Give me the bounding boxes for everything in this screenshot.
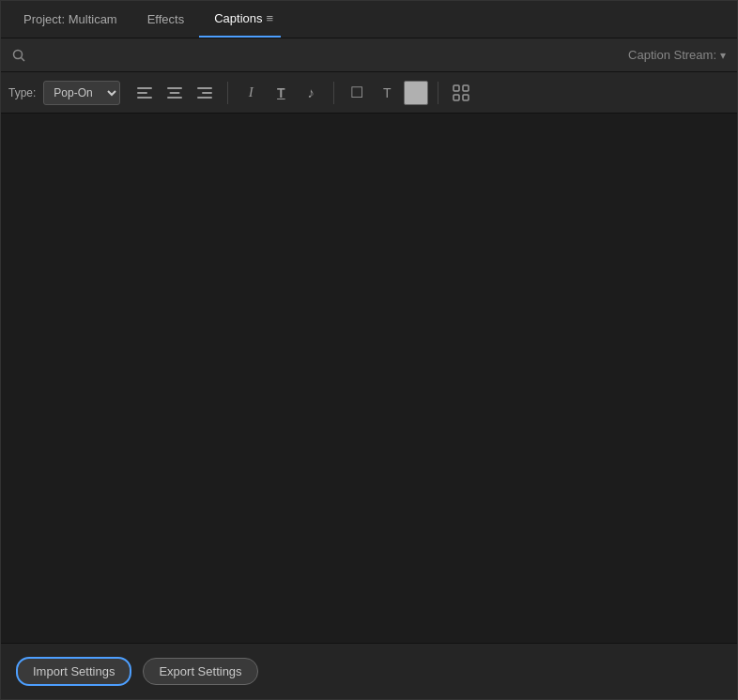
svg-rect-3 — [137, 92, 147, 94]
box-button[interactable]: ☐ — [344, 80, 370, 106]
box-icon: ☐ — [350, 84, 363, 101]
tab-project[interactable]: Project: Multicam — [8, 1, 132, 38]
bold-t-icon: T — [277, 85, 285, 100]
svg-rect-2 — [137, 87, 152, 89]
italic-button[interactable]: I — [238, 80, 264, 106]
export-settings-button[interactable]: Export Settings — [143, 658, 257, 685]
svg-rect-5 — [167, 87, 182, 89]
divider-1 — [227, 82, 228, 104]
search-input[interactable] — [33, 48, 628, 62]
svg-line-1 — [22, 57, 25, 61]
svg-point-0 — [14, 50, 23, 58]
app-container: Project: Multicam Effects Captions ≡ Cap… — [0, 0, 738, 700]
music-note-icon: ♪ — [308, 84, 315, 100]
svg-rect-8 — [197, 87, 212, 89]
bold-text-button[interactable]: T — [268, 80, 294, 106]
search-bar: Caption Stream: ▾ — [1, 38, 737, 72]
bottom-bar: Import Settings Export Settings — [1, 643, 737, 699]
main-content — [1, 114, 737, 643]
music-note-button[interactable]: ♪ — [298, 80, 324, 106]
svg-rect-9 — [202, 92, 212, 94]
svg-rect-12 — [463, 85, 469, 91]
type-label: Type: — [8, 86, 36, 99]
color-swatch[interactable] — [404, 81, 428, 105]
divider-2 — [333, 82, 334, 104]
svg-rect-14 — [463, 95, 469, 100]
caption-stream-label: Caption Stream: — [628, 48, 716, 62]
svg-rect-7 — [167, 97, 182, 99]
svg-rect-6 — [170, 92, 180, 94]
text-button[interactable]: T — [374, 80, 400, 106]
tab-bar: Project: Multicam Effects Captions ≡ — [1, 1, 737, 38]
svg-rect-11 — [454, 85, 459, 91]
grid-settings-button[interactable] — [448, 82, 474, 104]
tab-captions[interactable]: Captions ≡ — [199, 1, 281, 38]
tab-effects[interactable]: Effects — [132, 1, 200, 38]
align-left-button[interactable] — [131, 80, 158, 106]
svg-rect-4 — [137, 97, 152, 99]
tab-menu-icon[interactable]: ≡ — [267, 11, 274, 25]
toolbar: Type: Pop-On Roll-Up Paint-On — [1, 72, 737, 114]
tab-captions-label: Captions — [214, 11, 262, 25]
divider-3 — [438, 82, 438, 104]
svg-rect-10 — [197, 97, 212, 99]
type-dropdown[interactable]: Pop-On Roll-Up Paint-On — [43, 81, 120, 105]
svg-rect-13 — [454, 95, 459, 100]
search-icon — [8, 49, 33, 62]
caption-stream-dropdown-arrow[interactable]: ▾ — [720, 49, 726, 62]
import-settings-button[interactable]: Import Settings — [16, 657, 131, 686]
align-right-button[interactable] — [192, 80, 218, 106]
align-center-button[interactable] — [161, 80, 188, 106]
italic-icon: I — [249, 84, 254, 100]
text-t-icon: T — [383, 85, 392, 100]
